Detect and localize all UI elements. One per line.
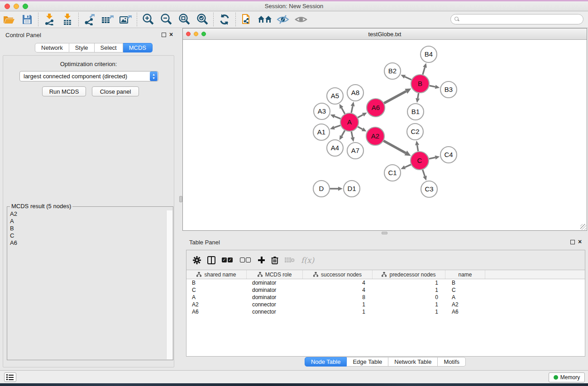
delete-column-icon[interactable] (271, 256, 278, 264)
graph-node-label: D (319, 185, 324, 192)
table-row[interactable]: A6connector11A6 (186, 308, 585, 315)
graph-edge-A-A6[interactable] (358, 114, 363, 117)
memory-button[interactable]: Memory (549, 372, 585, 382)
deselect-all-icon[interactable] (240, 257, 252, 262)
hide-eye-icon[interactable] (274, 12, 292, 27)
search-icon (454, 17, 459, 22)
graph-edge-A-A4[interactable] (342, 130, 345, 136)
graph-edge-B-B1[interactable] (418, 93, 419, 99)
vertical-scrollbar-thumb[interactable] (179, 196, 182, 202)
float-table-panel-icon[interactable] (570, 240, 575, 244)
result-item[interactable]: A2 (10, 210, 166, 218)
export-image-icon[interactable] (117, 12, 135, 27)
graph-edge-A-A1[interactable] (334, 125, 340, 128)
select-all-icon[interactable]: ✓✓ (222, 257, 234, 262)
float-panel-icon[interactable] (162, 33, 166, 37)
close-panel-icon[interactable]: × (169, 31, 173, 38)
import-table-icon[interactable] (58, 12, 76, 27)
graph-arrowhead-icon (423, 63, 427, 68)
result-item[interactable]: C (10, 232, 166, 239)
tab-network[interactable]: Network (35, 43, 69, 52)
graph-node-label: C1 (388, 169, 397, 176)
run-mcds-button[interactable]: Run MCDS (42, 86, 86, 96)
graph-edge-A2-C[interactable] (383, 141, 406, 153)
graph-arrowhead-icon (415, 141, 419, 146)
show-eye-icon[interactable] (292, 12, 310, 27)
window-titlebar: Session: New Session (0, 1, 588, 11)
refresh-icon[interactable] (215, 12, 234, 27)
tab-style[interactable]: Style (69, 43, 95, 52)
graph-edge-C-C3[interactable] (423, 170, 425, 176)
control-panel-tabs: Network Style Select MCDS (35, 43, 153, 52)
result-scrollbar[interactable] (166, 210, 172, 359)
graph-edge-A6-B[interactable] (384, 91, 406, 103)
tab-motifs[interactable]: Motifs (438, 357, 466, 367)
graph-edge-A-A5[interactable] (341, 108, 344, 114)
table-row[interactable]: A2connector11A2 (186, 301, 585, 308)
columns-icon[interactable] (207, 256, 215, 264)
resize-grip[interactable] (580, 224, 586, 230)
graph-edge-C-C2[interactable] (417, 145, 418, 152)
column-header-shared-name[interactable]: shared name (186, 270, 247, 279)
graph-edge-A-A7[interactable] (351, 132, 353, 138)
graph-arrowhead-icon (351, 137, 355, 142)
tab-network-table[interactable]: Network Table (388, 357, 438, 367)
zoom-out-icon[interactable] (157, 12, 175, 27)
save-session-icon[interactable] (18, 12, 36, 27)
graph-node-label: B1 (411, 108, 420, 115)
tab-select[interactable]: Select (95, 43, 123, 52)
graph-node-label: A (347, 118, 352, 126)
column-header-predecessor-nodes[interactable]: predecessor nodes (373, 270, 445, 279)
export-table-icon[interactable] (99, 12, 117, 27)
column-header-successor-nodes[interactable]: successor nodes (303, 270, 373, 279)
open-session-icon[interactable] (0, 12, 18, 27)
duplicate-network-icon[interactable] (238, 12, 256, 27)
export-network-icon[interactable] (81, 12, 99, 27)
criterion-dropdown[interactable]: largest connected component (directed) ▲… (19, 71, 158, 81)
network-canvas[interactable]: B4B2BB3A5A8A6A3B1AA1C2A2A4A7CC4C1C3DD1 (183, 40, 587, 230)
close-panel-button[interactable]: Close panel (92, 86, 139, 96)
zoom-selected-icon[interactable] (193, 12, 211, 27)
import-network-icon[interactable] (40, 12, 58, 27)
zoom-fit-icon[interactable] (175, 12, 193, 27)
graph-edge-A-A8[interactable] (351, 106, 353, 113)
graph-edge-B-B4[interactable] (423, 67, 425, 75)
tab-node-table[interactable]: Node Table (305, 357, 347, 367)
graph-edge-B-B3[interactable] (430, 86, 435, 87)
tab-mcds[interactable]: MCDS (123, 43, 153, 52)
function-builder-icon: f(x) (301, 256, 314, 265)
result-item[interactable]: A6 (10, 239, 166, 247)
result-item[interactable]: B (10, 225, 166, 232)
graph-edge-C-C4[interactable] (429, 157, 435, 159)
graph-edge-A-A2[interactable] (358, 127, 362, 129)
horizontal-scrollbar-thumb[interactable] (382, 232, 387, 234)
column-header-mcds-role[interactable]: MCDS role (247, 270, 303, 279)
graph-edge-B-B2[interactable] (405, 77, 411, 80)
tab-edge-table[interactable]: Edge Table (347, 357, 388, 367)
column-header-name[interactable]: name (445, 270, 485, 279)
close-table-panel-icon[interactable]: × (578, 238, 582, 245)
result-item[interactable]: A (10, 218, 166, 225)
mcds-result-box: MCDS result (5 nodes) A2 A B C A6 (7, 206, 173, 360)
table-row[interactable]: Cdominator41C (186, 286, 585, 294)
table-row[interactable]: Adominator80A (186, 294, 585, 301)
task-history-button[interactable] (4, 372, 16, 382)
graph-arrowhead-icon (423, 176, 427, 181)
gear-icon[interactable] (193, 256, 201, 264)
graph-edge-C-C1[interactable] (405, 165, 411, 167)
network-window-title: testGlobe.txt (183, 31, 587, 38)
network-window-titlebar[interactable]: testGlobe.txt (183, 29, 587, 40)
add-column-icon[interactable] (258, 257, 265, 263)
status-bar: Memory (0, 370, 588, 383)
control-panel-title: Control Panel (5, 32, 41, 38)
zoom-in-icon[interactable] (139, 12, 157, 27)
graph-arrowhead-icon (435, 85, 440, 89)
table-tabs: Node Table Edge Table Network Table Moti… (305, 357, 466, 367)
graph-node-label: B (418, 80, 422, 87)
graph-edge-A-A3[interactable] (335, 116, 341, 119)
search-input[interactable] (450, 14, 583, 24)
table-row[interactable]: Bdominator41B (186, 279, 585, 286)
mcds-result-list[interactable]: A2 A B C A6 (8, 210, 166, 359)
home-network-icon[interactable] (256, 12, 274, 27)
graph-node-label: A6 (372, 104, 380, 111)
